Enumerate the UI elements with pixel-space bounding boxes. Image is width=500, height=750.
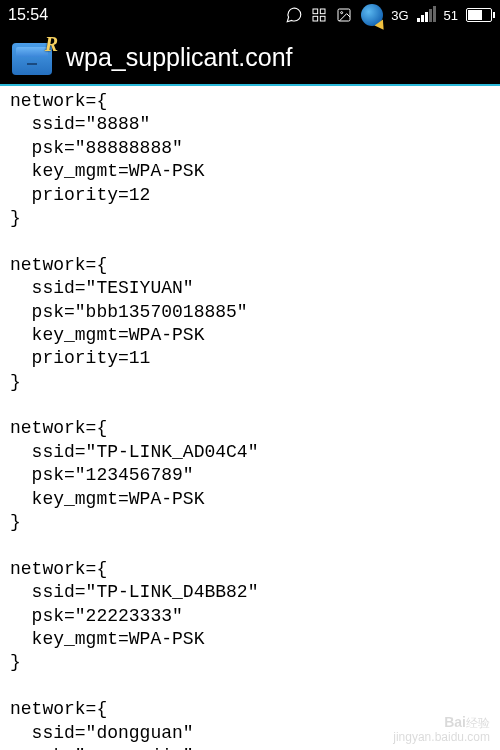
- status-bar: 15:54 3G 51: [0, 0, 500, 30]
- status-time: 15:54: [8, 6, 48, 24]
- watermark: Bai经验 jingyan.baidu.com: [393, 715, 490, 744]
- file-content[interactable]: network={ ssid="8888" psk="88888888" key…: [0, 86, 500, 750]
- globe-icon: [361, 4, 383, 26]
- grid-icon: [311, 7, 327, 23]
- status-right: 3G 51: [285, 4, 492, 26]
- svg-rect-0: [313, 9, 318, 14]
- network-type: 3G: [391, 8, 408, 23]
- app-header: R wpa_supplicant.conf: [0, 30, 500, 86]
- svg-rect-2: [313, 16, 318, 21]
- chat-icon: [285, 6, 303, 24]
- image-icon: [335, 7, 353, 23]
- svg-rect-1: [321, 9, 326, 14]
- svg-rect-3: [321, 16, 326, 21]
- page-title: wpa_supplicant.conf: [66, 43, 293, 72]
- battery-icon: [466, 8, 492, 22]
- signal-value: 51: [444, 8, 458, 23]
- svg-point-5: [341, 12, 343, 14]
- root-badge: R: [45, 33, 58, 56]
- signal-bars-icon: [417, 8, 436, 22]
- app-icon[interactable]: R: [10, 37, 54, 77]
